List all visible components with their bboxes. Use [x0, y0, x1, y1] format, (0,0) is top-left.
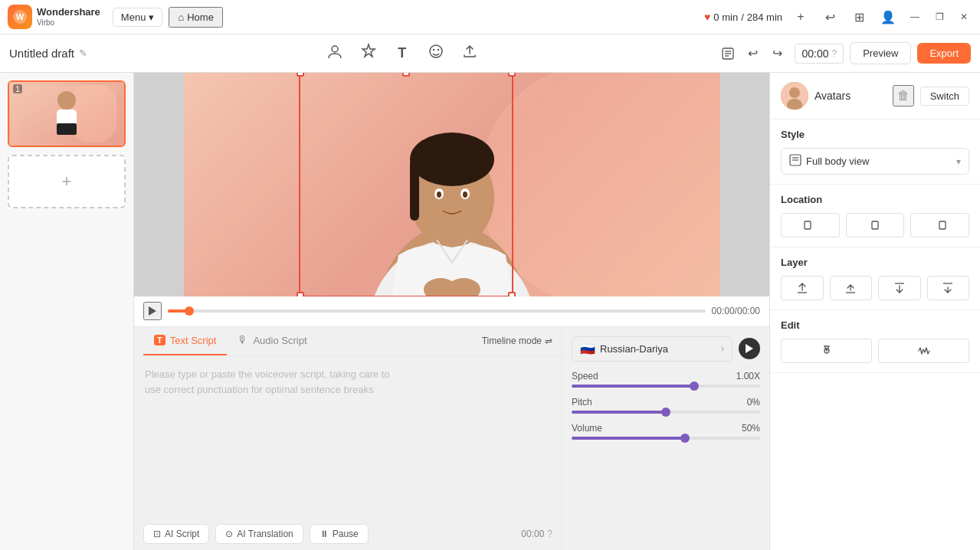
send-to-back-button[interactable] [927, 276, 970, 300]
script-placeholder: Please type or paste the voiceover scrip… [145, 367, 551, 399]
account-icon[interactable]: 👤 [877, 6, 899, 28]
script-time: 00:00 ? [521, 529, 552, 539]
right-sidebar: Avatars 🗑 Switch Style Full body view ▾ … [769, 73, 980, 550]
pitch-thumb[interactable] [661, 408, 670, 417]
volume-label-row: Volume 50% [572, 423, 760, 434]
style-tool-button[interactable] [355, 40, 382, 67]
send-backward-button[interactable] [878, 276, 921, 300]
edit-draft-icon[interactable]: ✎ [79, 47, 87, 59]
style-dropdown-icon [789, 154, 801, 169]
text-tool-button[interactable]: T [388, 40, 416, 67]
history-view-button[interactable] [716, 42, 739, 65]
avatar-tool-button[interactable] [321, 40, 349, 67]
menu-chevron-icon: ▾ [149, 11, 154, 23]
topbar-right: ♥ 0 min / 284 min + ↩ ⊞ 👤 — ❐ ✕ [704, 6, 972, 28]
add-button[interactable]: + [790, 6, 811, 28]
draft-title-text: Untitled draft [9, 47, 74, 60]
speed-thumb[interactable] [690, 381, 699, 391]
style-dropdown[interactable]: Full body view ▾ [781, 148, 969, 175]
maximize-button[interactable]: ❐ [931, 8, 948, 25]
waveform-edit-button[interactable] [878, 339, 969, 363]
redo-button[interactable]: ↪ [765, 42, 788, 65]
svg-text:W: W [16, 12, 25, 21]
export-button[interactable]: Export [917, 43, 971, 64]
emoji-tool-button[interactable] [422, 40, 450, 67]
timeline-mode-label: Timeline mode [482, 336, 542, 346]
pause-button[interactable]: ⏸ Pause [310, 524, 369, 544]
speed-label-row: Speed 1.00X [572, 371, 760, 381]
secondbar-right: ↩ ↪ 00:00 ? Preview Export [716, 42, 971, 65]
slides-panel: 1 + [0, 73, 134, 550]
canvas-frame[interactable] [184, 73, 720, 296]
menu-button[interactable]: Menu ▾ [113, 8, 163, 27]
script-content[interactable]: Please type or paste the voiceover scrip… [134, 356, 562, 518]
ai-translation-label: AI Translation [237, 529, 293, 539]
pitch-slider-row: Pitch 0% [572, 397, 760, 414]
secondbar: Untitled draft ✎ T [0, 34, 980, 73]
upload-tool-button[interactable] [456, 40, 483, 67]
voice-selector[interactable]: 🇷🇺 Russian-Dariya › [572, 336, 733, 362]
brand-sub: Virbo [37, 18, 100, 27]
timeline-mode-button[interactable]: Timeline mode ⇌ [482, 336, 552, 346]
text-script-icon: T [154, 335, 166, 345]
text-script-tab[interactable]: T Text Script [143, 327, 227, 355]
switch-avatar-button[interactable]: Switch [920, 87, 969, 106]
ai-script-icon: ⊡ [153, 529, 161, 539]
svg-point-2 [332, 46, 338, 52]
history-icon[interactable]: ↩ [819, 6, 841, 28]
location-section: Location [770, 185, 980, 247]
volume-thumb[interactable] [680, 434, 690, 443]
style-section: Style Full body view ▾ [770, 119, 980, 185]
avatar-section: Avatars 🗑 Switch [770, 73, 980, 119]
progress-track[interactable] [168, 309, 706, 313]
script-time-value: 00:00 [521, 529, 544, 539]
pitch-fill [572, 411, 666, 414]
style-dropdown-chevron-icon: ▾ [956, 156, 961, 167]
slide-1-thumbnail[interactable]: 1 [8, 80, 126, 147]
text-tool-icon: T [398, 45, 406, 61]
timeline-mode-icon: ⇌ [545, 336, 552, 346]
style-section-title: Style [781, 129, 969, 140]
undo-redo-group: ↩ ↪ [716, 42, 788, 65]
bring-to-front-button[interactable] [781, 276, 824, 300]
volume-slider-row: Volume 50% [572, 423, 760, 440]
location-left-button[interactable] [781, 213, 840, 237]
speed-track[interactable] [572, 385, 760, 388]
audio-panel: 🇷🇺 Russian-Dariya › Speed 1.00X [562, 327, 769, 551]
canvas-toolbar: T [87, 40, 716, 67]
heart-icon: ♥ [704, 11, 710, 23]
svg-marker-29 [746, 344, 753, 353]
play-voice-button[interactable] [739, 338, 760, 359]
logo-icon: W [8, 5, 32, 29]
add-slide-button[interactable]: + [8, 155, 126, 208]
edit-section: Edit [770, 310, 980, 373]
pitch-track[interactable] [572, 411, 760, 414]
progress-thumb[interactable] [185, 306, 194, 316]
play-button[interactable] [143, 302, 162, 320]
location-center-button[interactable] [846, 213, 905, 237]
pitch-label-row: Pitch 0% [572, 397, 760, 408]
draft-title: Untitled draft ✎ [9, 47, 87, 60]
volume-track[interactable] [572, 437, 760, 440]
ai-translation-button[interactable]: ⊙ AI Translation [215, 524, 303, 544]
delete-avatar-button[interactable]: 🗑 [893, 85, 914, 106]
ai-script-button[interactable]: ⊡ AI Script [143, 524, 209, 544]
location-right-button[interactable] [910, 213, 969, 237]
volume-fill [572, 437, 685, 440]
style-dropdown-label: Full body view [806, 156, 956, 167]
layer-section: Layer [770, 247, 980, 310]
time-badge: ♥ 0 min / 284 min [704, 11, 782, 23]
pause-icon: ⏸ [320, 529, 329, 539]
home-button[interactable]: ⌂ Home [169, 7, 223, 28]
volume-label: Volume [572, 423, 602, 434]
minimize-button[interactable]: — [906, 8, 923, 25]
speed-slider-row: Speed 1.00X [572, 371, 760, 388]
preview-button[interactable]: Preview [850, 42, 911, 64]
undo-button[interactable]: ↩ [741, 42, 764, 65]
bring-forward-button[interactable] [830, 276, 873, 300]
crop-edit-button[interactable] [781, 339, 872, 363]
grid-icon[interactable]: ⊞ [848, 6, 870, 28]
speed-fill [572, 385, 694, 388]
close-button[interactable]: ✕ [955, 8, 972, 25]
audio-script-tab[interactable]: 🎙 Audio Script [227, 327, 317, 355]
